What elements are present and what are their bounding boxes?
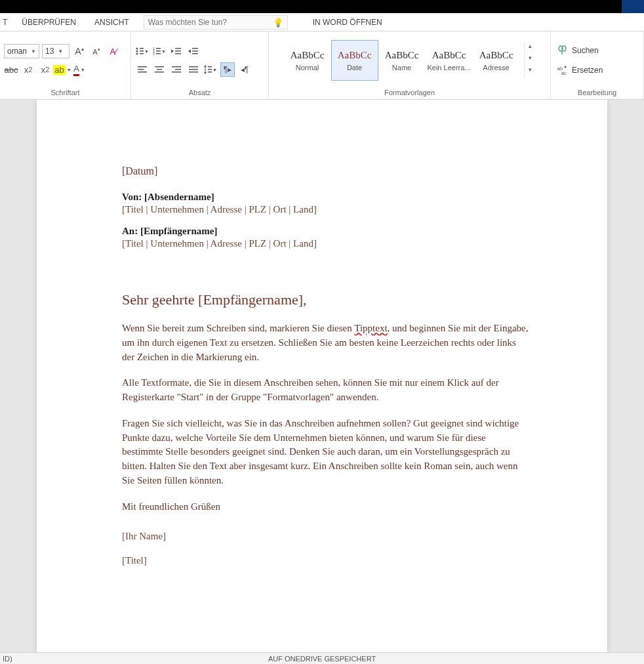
title-bar [0, 0, 644, 13]
style-name-label: Adresse [483, 64, 509, 72]
style-normal[interactable]: AaBbCc Normal [284, 40, 331, 81]
group-label-styles: Formatvorlagen [273, 87, 546, 99]
doc-to-address[interactable]: [Titel | Unternehmen | Adresse | PLZ | O… [122, 238, 529, 249]
group-label-editing: Bearbeitung [555, 87, 639, 99]
chevron-down-icon: ▼ [144, 49, 149, 54]
chevron-down-icon: ▼ [58, 49, 63, 54]
style-no-spacing[interactable]: AaBbCc Kein Leerra... [426, 40, 473, 81]
document-canvas[interactable]: [Datum] Von: [Absendername] [Titel | Unt… [0, 100, 644, 652]
grow-font-button[interactable]: A▴ [72, 44, 87, 58]
svg-rect-9 [156, 51, 161, 52]
style-date[interactable]: AaBbCc Date [331, 40, 378, 81]
svg-rect-23 [155, 72, 164, 73]
style-name-label: Name [392, 64, 411, 72]
document-page[interactable]: [Datum] Von: [Absendername] [Titel | Unt… [37, 100, 607, 652]
svg-rect-31 [208, 66, 212, 68]
status-bar: ID) AUF ONEDRIVE GESPEICHERT [0, 652, 644, 664]
doc-to-label[interactable]: An: [Empfängername] [122, 226, 529, 237]
find-button[interactable]: Suchen [555, 43, 639, 58]
svg-rect-12 [175, 48, 181, 49]
tab-first[interactable]: T [0, 13, 12, 31]
style-name[interactable]: AaBbCc Name [378, 40, 426, 81]
line-spacing-button[interactable]: ▼ [203, 62, 218, 77]
doc-from-label[interactable]: Von: [Absendername] [122, 192, 529, 203]
doc-para-2[interactable]: Alle Textformate, die Sie in diesem Ansc… [122, 376, 529, 405]
open-in-word-button[interactable]: IN WORD ÖFFNEN [301, 13, 394, 31]
style-name-label: Normal [296, 64, 319, 72]
chevron-down-icon: ▾ [525, 54, 536, 66]
bullets-icon [136, 47, 144, 56]
style-address[interactable]: AaBbCc Adresse [473, 40, 520, 81]
svg-rect-30 [205, 66, 206, 73]
svg-rect-33 [208, 72, 212, 73]
tell-me-search[interactable]: 💡 [144, 15, 288, 30]
doc-date[interactable]: [Datum] [122, 165, 529, 177]
chevron-up-icon: ▴ [525, 43, 536, 54]
numbering-icon: 123 [153, 47, 161, 56]
subscript-button[interactable]: x2 [21, 62, 35, 77]
svg-rect-1 [140, 48, 144, 49]
shrink-font-button[interactable]: A▾ [89, 44, 104, 58]
doc-from-address[interactable]: [Titel | Unternehmen | Adresse | PLZ | O… [122, 204, 529, 215]
doc-sig-title[interactable]: [Titel] [122, 555, 529, 566]
align-left-button[interactable] [135, 62, 150, 77]
spellcheck-word[interactable]: Tipptext [354, 323, 387, 333]
doc-salutation[interactable]: Sehr geehrte [Empfängername], [122, 291, 529, 308]
svg-rect-14 [175, 53, 181, 54]
ribbon-tabs: T ÜBERPRÜFEN ANSICHT 💡 IN WORD ÖFFNEN [0, 13, 644, 31]
svg-point-4 [136, 53, 138, 55]
clear-formatting-button[interactable]: A⁄ [106, 44, 121, 58]
doc-sig-name[interactable]: [Ihr Name] [122, 531, 529, 542]
justify-button[interactable] [186, 62, 201, 77]
svg-rect-25 [175, 69, 181, 70]
doc-closing[interactable]: Mit freundlichen Grüßen [122, 500, 529, 514]
font-size-combo[interactable]: 13▼ [42, 44, 70, 58]
font-color-button[interactable]: A▼ [72, 62, 87, 77]
group-styles: AaBbCc Normal AaBbCc Date AaBbCc Name Aa… [269, 31, 551, 99]
chevron-down-icon: ▼ [161, 49, 166, 54]
align-right-icon [172, 66, 181, 73]
tab-view[interactable]: ANSICHT [85, 13, 138, 31]
align-right-button[interactable] [169, 62, 184, 77]
style-preview: AaBbCc [291, 50, 325, 61]
style-preview: AaBbCc [432, 50, 466, 61]
doc-para-1[interactable]: Wenn Sie bereit zum Schreiben sind, mark… [122, 322, 529, 364]
bullets-button[interactable]: ▼ [135, 44, 150, 58]
align-left-icon [138, 66, 147, 73]
font-name-combo[interactable]: oman▼ [4, 44, 39, 58]
more-icon: ▾ [525, 66, 536, 78]
superscript-button[interactable]: x2 [38, 62, 52, 77]
svg-rect-28 [189, 69, 198, 70]
chevron-down-icon: ▼ [31, 49, 36, 54]
svg-rect-22 [157, 69, 162, 70]
svg-point-0 [136, 48, 138, 50]
svg-text:ac: ac [561, 71, 567, 75]
tab-review[interactable]: ÜBERPRÜFEN [12, 13, 85, 31]
tell-me-input[interactable] [148, 18, 266, 27]
svg-rect-19 [138, 69, 144, 70]
replace-button[interactable]: abac Ersetzen [555, 62, 639, 78]
rtl-button[interactable]: ◂¶ [237, 62, 252, 77]
numbering-button[interactable]: 123 ▼ [152, 44, 167, 58]
ribbon: oman▼ 13▼ A▴ A▾ A⁄ abc x2 x2 ab▼ A▼ Schr… [0, 31, 644, 100]
align-center-button[interactable] [152, 62, 167, 77]
svg-point-2 [136, 51, 138, 52]
status-left: ID) [0, 655, 12, 663]
styles-more[interactable]: ▴ ▾ ▾ [524, 43, 536, 78]
doc-para-3[interactable]: Fragen Sie sich vielleicht, was Sie in d… [122, 417, 529, 488]
svg-rect-20 [138, 72, 147, 73]
svg-rect-26 [172, 72, 181, 73]
strikethrough-button[interactable]: abc [4, 62, 18, 77]
group-font: oman▼ 13▼ A▴ A▾ A⁄ abc x2 x2 ab▼ A▼ Schr… [0, 31, 131, 99]
highlight-button[interactable]: ab▼ [55, 62, 70, 77]
group-label-paragraph: Absatz [135, 87, 264, 99]
svg-text:ab: ab [557, 66, 563, 71]
svg-rect-13 [175, 51, 181, 52]
decrease-indent-button[interactable] [169, 44, 184, 58]
style-preview: AaBbCc [385, 50, 419, 61]
window-control[interactable] [622, 0, 644, 13]
align-center-icon [155, 66, 164, 73]
increase-indent-button[interactable] [186, 44, 201, 58]
svg-rect-3 [140, 51, 144, 52]
ltr-button[interactable]: ¶▸ [220, 62, 235, 77]
